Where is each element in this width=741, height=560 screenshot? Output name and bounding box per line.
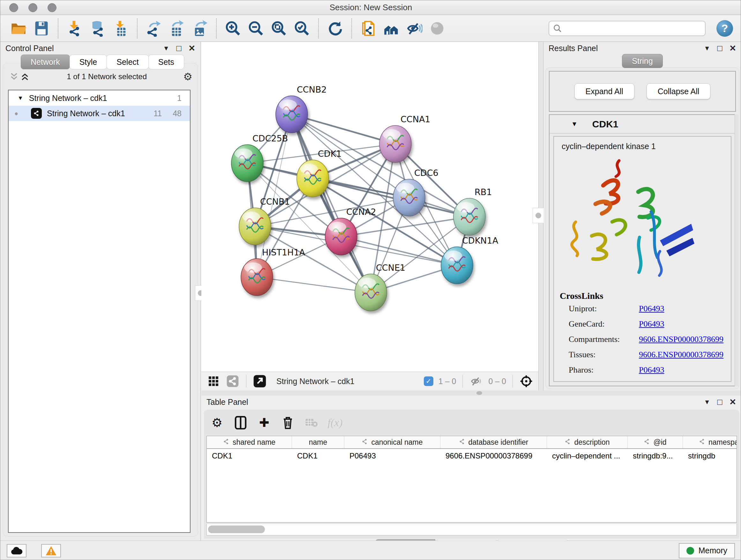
collapse-all-networks-icon[interactable] bbox=[9, 72, 19, 81]
delete-column-icon[interactable] bbox=[280, 415, 295, 430]
search-input[interactable] bbox=[549, 21, 705, 36]
tab-select[interactable]: Select bbox=[107, 55, 148, 69]
birds-eye-view-icon[interactable] bbox=[519, 374, 533, 388]
collection-caret-icon[interactable]: ▼ bbox=[17, 95, 23, 102]
maximize-window-icon[interactable] bbox=[48, 3, 57, 12]
float-panel-icon[interactable]: □ bbox=[176, 44, 181, 52]
grid-view-icon[interactable] bbox=[206, 374, 220, 388]
network-node-ccnb2[interactable]: CCNB2 bbox=[276, 84, 327, 133]
entry-header[interactable]: ▼ CDK1 bbox=[549, 115, 735, 133]
crosslink-link[interactable]: P06493 bbox=[639, 365, 664, 375]
network-edge[interactable] bbox=[257, 277, 371, 293]
tab-style[interactable]: Style bbox=[70, 55, 107, 69]
refresh-icon[interactable] bbox=[325, 18, 345, 39]
table-cell[interactable]: CDK1 bbox=[207, 451, 292, 460]
memory-button[interactable]: Memory bbox=[679, 543, 735, 558]
open-session-icon[interactable] bbox=[9, 18, 28, 39]
home-species-icon[interactable] bbox=[381, 18, 401, 39]
column-header--id[interactable]: @id bbox=[628, 436, 683, 448]
node-label: CCNA1 bbox=[401, 114, 430, 124]
column-header-description[interactable]: description bbox=[547, 436, 628, 448]
network-node-ccne1[interactable]: CCNE1 bbox=[355, 263, 405, 311]
panel-menu-caret-icon[interactable]: ▼ bbox=[704, 399, 711, 405]
panel-menu-caret-icon[interactable]: ▼ bbox=[163, 45, 170, 51]
export-table-icon[interactable] bbox=[167, 18, 187, 39]
table-cell[interactable]: stringdb bbox=[683, 451, 737, 460]
entry-caret-icon[interactable]: ▼ bbox=[571, 120, 578, 128]
column-header-database-identifier[interactable]: database identifier bbox=[441, 436, 547, 448]
import-network-file-icon[interactable] bbox=[65, 18, 84, 39]
expand-all-networks-icon[interactable] bbox=[19, 72, 30, 81]
network-canvas[interactable]: CCNB2CCNA1CDC25BCDK1CDC6RB1CCNB1CCNA2CDK… bbox=[201, 42, 538, 372]
table-cell[interactable]: P06493 bbox=[344, 451, 441, 460]
tab-network[interactable]: Network bbox=[21, 55, 70, 69]
network-node-rb1[interactable]: RB1 bbox=[454, 187, 492, 235]
close-panel-icon[interactable]: ✕ bbox=[188, 44, 195, 52]
network-row[interactable]: ● String Network – cdk1 11 48 bbox=[9, 106, 190, 121]
selected-items-checkbox-icon[interactable]: ✓ bbox=[424, 376, 433, 386]
table-cell[interactable]: stringdb:9... bbox=[628, 451, 683, 460]
cloud-button[interactable] bbox=[7, 544, 26, 557]
close-window-icon[interactable] bbox=[9, 3, 18, 12]
column-header-canonical-name[interactable]: canonical name bbox=[344, 436, 441, 448]
crosslink-link[interactable]: 9606.ENSP00000378699 bbox=[639, 350, 724, 360]
enhance-labels-icon[interactable] bbox=[404, 18, 424, 39]
warning-button[interactable] bbox=[41, 544, 61, 557]
crosslink-link[interactable]: P06493 bbox=[639, 319, 664, 329]
minimize-window-icon[interactable] bbox=[28, 3, 37, 12]
import-network-database-icon[interactable] bbox=[88, 18, 108, 39]
network-view-icon[interactable] bbox=[226, 374, 240, 388]
table-row[interactable]: CDK1CDK1P064939606.ENSP00000378699cyclin… bbox=[207, 449, 737, 463]
tab-string[interactable]: String bbox=[622, 54, 663, 68]
network-node-hist1h1a[interactable]: HIST1H1A bbox=[241, 247, 306, 296]
column-header-shared-name[interactable]: shared name bbox=[207, 436, 292, 448]
crosslink-link[interactable]: 9606.ENSP00000378699 bbox=[639, 334, 724, 344]
horizontal-splitter-handle[interactable] bbox=[476, 391, 482, 395]
scrollbar-thumb[interactable] bbox=[208, 525, 265, 533]
help-icon[interactable]: ? bbox=[717, 20, 733, 37]
column-header-name[interactable]: name bbox=[292, 436, 344, 448]
zoom-fit-icon[interactable] bbox=[269, 18, 289, 39]
close-panel-icon[interactable]: ✕ bbox=[729, 398, 736, 406]
results-scrollbar[interactable] bbox=[735, 114, 738, 386]
save-session-icon[interactable] bbox=[31, 18, 51, 39]
export-network-icon[interactable] bbox=[144, 18, 164, 39]
zoom-selected-icon[interactable] bbox=[292, 18, 312, 39]
show-columns-icon[interactable] bbox=[233, 415, 248, 430]
table-options-gear-icon[interactable]: ⚙ bbox=[210, 415, 224, 430]
table-cell[interactable]: cyclin–dependent ... bbox=[547, 451, 628, 460]
network-node-cdkn1a[interactable]: CDKN1A bbox=[441, 236, 498, 284]
sphere-icon[interactable] bbox=[427, 18, 447, 39]
network-node-cdc25b[interactable]: CDC25B bbox=[231, 133, 288, 182]
node-table[interactable]: shared namenamecanonical namedatabase id… bbox=[206, 436, 737, 523]
column-header-namespace[interactable]: namespace bbox=[683, 436, 737, 448]
crosslink-link[interactable]: P06493 bbox=[639, 304, 664, 314]
table-horizontal-scrollbar[interactable] bbox=[206, 524, 737, 536]
hidden-items-eye-icon[interactable] bbox=[469, 374, 483, 388]
network-edge[interactable] bbox=[292, 114, 371, 293]
float-panel-icon[interactable]: □ bbox=[717, 398, 722, 406]
expand-all-button[interactable]: Expand All bbox=[575, 83, 634, 99]
network-node-ccna1[interactable]: CCNA1 bbox=[380, 114, 430, 163]
network-options-gear-icon[interactable]: ⚙ bbox=[183, 71, 192, 82]
detach-view-icon[interactable] bbox=[253, 374, 267, 388]
close-panel-icon[interactable]: ✕ bbox=[729, 44, 736, 52]
tab-sets[interactable]: Sets bbox=[148, 55, 184, 69]
zoom-in-icon[interactable] bbox=[223, 18, 243, 39]
right-splitter-handle[interactable] bbox=[533, 208, 544, 223]
import-table-file-icon[interactable] bbox=[111, 18, 131, 39]
network-node-ccnb1[interactable]: CCNB1 bbox=[239, 197, 290, 245]
network-node-cdc6[interactable]: CDC6 bbox=[393, 168, 439, 216]
string-import-icon[interactable] bbox=[358, 18, 378, 39]
collapse-all-button[interactable]: Collapse All bbox=[647, 83, 711, 99]
horizontal-splitter[interactable] bbox=[201, 390, 741, 395]
status-bar: Memory bbox=[0, 541, 741, 560]
network-collection-row[interactable]: ▼ String Network – cdk1 1 bbox=[9, 90, 190, 106]
table-cell[interactable]: CDK1 bbox=[292, 451, 344, 460]
export-image-icon[interactable] bbox=[190, 18, 210, 39]
float-panel-icon[interactable]: □ bbox=[717, 44, 722, 52]
create-column-icon[interactable]: ✚ bbox=[257, 415, 272, 430]
zoom-out-icon[interactable] bbox=[246, 18, 266, 39]
table-cell[interactable]: 9606.ENSP00000378699 bbox=[441, 451, 547, 460]
panel-menu-caret-icon[interactable]: ▼ bbox=[704, 45, 711, 51]
